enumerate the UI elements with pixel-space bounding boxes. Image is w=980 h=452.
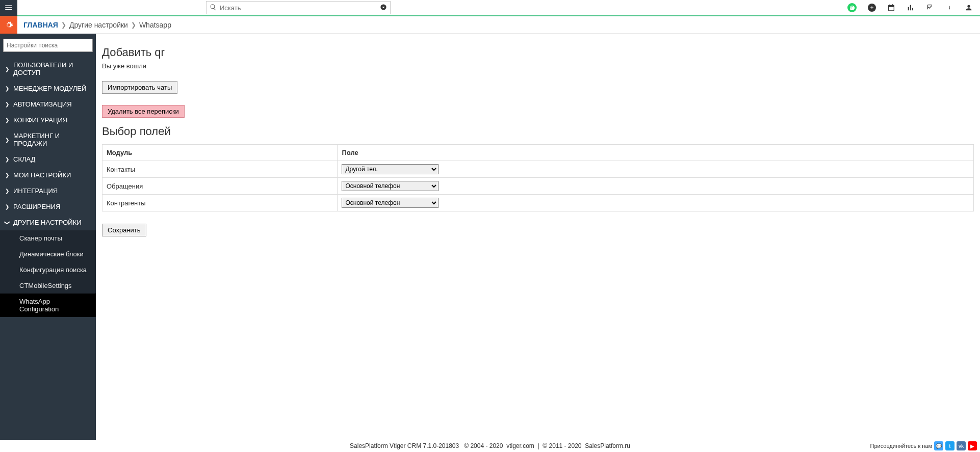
sidebar-submenu: Сканер почты Динамические блоки Конфигур… (0, 230, 96, 317)
chevron-right-icon: ❯ (5, 86, 9, 91)
sidebar-item-configuration[interactable]: ❯КОНФИГУРАЦИЯ (0, 112, 96, 128)
module-cell: Контрагенты (102, 195, 338, 211)
breadcrumb-home[interactable]: ГЛАВНАЯ (23, 21, 58, 29)
search-input[interactable] (220, 4, 380, 12)
info-icon[interactable] (945, 4, 953, 12)
breadcrumb-bar: ГЛАВНАЯ ❯ Другие настройки ❯ Whatsapp (96, 16, 980, 34)
footer-salesplatform-link[interactable]: SalesPlatform.ru (585, 442, 630, 449)
page-title: Добавить qr (102, 46, 974, 59)
sidebar-item-label: ДРУГИЕ НАСТРОЙКИ (13, 219, 82, 226)
social-vk-icon[interactable]: vk (957, 441, 966, 450)
chevron-right-icon: ❯ (131, 21, 136, 29)
search-icon (210, 4, 217, 12)
sidebar-item-users[interactable]: ❯ПОЛЬЗОВАТЕЛИ И ДОСТУП (0, 57, 96, 81)
footer-product: SalesPlatform Vtiger CRM 7.1.0-201803 (350, 442, 459, 449)
field-select-tickets[interactable]: Основной телефон (342, 181, 439, 191)
sidebar-search[interactable] (3, 39, 93, 52)
fields-header: Выбор полей (102, 125, 974, 138)
chevron-right-icon: ❯ (5, 172, 9, 178)
footer-sep: | (537, 442, 539, 449)
table-row: Обращения Основной телефон (102, 178, 974, 195)
delete-all-button[interactable]: Удалить все переписки (102, 105, 185, 118)
chevron-right-icon: ❯ (5, 101, 9, 107)
calendar-icon[interactable] (887, 4, 895, 12)
footer-social: Присоединяйтесь к нам 💬 t vk ▶ (870, 441, 977, 450)
chevron-right-icon: ❯ (5, 156, 9, 162)
sub-item-search-config[interactable]: Конфигурация поиска (0, 262, 96, 278)
import-chats-button[interactable]: Импортировать чаты (102, 81, 177, 94)
whatsapp-icon[interactable] (847, 3, 857, 12)
chevron-right-icon: ❯ (5, 137, 9, 143)
sidebar-item-automation[interactable]: ❯АВТОМАТИЗАЦИЯ (0, 96, 96, 112)
fields-table: Модуль Поле Контакты Другой тел. Обращен… (102, 144, 974, 211)
add-icon[interactable] (868, 4, 876, 12)
th-module: Модуль (102, 145, 338, 161)
table-row: Контакты Другой тел. (102, 161, 974, 178)
top-icons (847, 3, 980, 12)
module-cell: Контакты (102, 161, 338, 178)
sub-item-whatsapp-config[interactable]: WhatsApp Configuration (0, 294, 96, 317)
sub-item-dynamic-blocks[interactable]: Динамические блоки (0, 246, 96, 262)
main: ГЛАВНАЯ ❯ Другие настройки ❯ Whatsapp До… (96, 16, 980, 440)
menu-toggle-button[interactable] (0, 0, 17, 16)
sidebar-item-label: СКЛАД (13, 155, 35, 163)
module-cell: Обращения (102, 178, 338, 195)
chevron-down-icon: ❯ (5, 221, 10, 225)
chevron-right-icon: ❯ (5, 66, 9, 72)
sidebar-item-label: ИНТЕГРАЦИЯ (13, 187, 58, 195)
social-youtube-icon[interactable]: ▶ (968, 441, 977, 450)
settings-gear-button[interactable] (0, 16, 17, 34)
reports-icon[interactable] (907, 4, 915, 12)
content: Добавить qr Вы уже вошли Импортировать ч… (96, 34, 980, 243)
social-chat-icon[interactable]: 💬 (934, 441, 943, 450)
user-icon[interactable] (965, 4, 973, 12)
sidebar-item-label: АВТОМАТИЗАЦИЯ (13, 100, 72, 108)
chevron-right-icon: ❯ (5, 204, 9, 209)
sidebar-item-label: МОИ НАСТРОЙКИ (13, 171, 71, 179)
footer-join-text: Присоединяйтесь к нам (870, 443, 932, 449)
search-dropdown-icon[interactable] (380, 4, 387, 12)
sub-item-ctmobile[interactable]: CTMobileSettings (0, 278, 96, 294)
topbar (0, 0, 980, 16)
field-select-contacts[interactable]: Другой тел. (342, 164, 439, 174)
chevron-right-icon: ❯ (5, 188, 9, 194)
footer-vtiger-link[interactable]: vtiger.com (506, 442, 534, 449)
table-row: Контрагенты Основной телефон (102, 195, 974, 211)
th-field: Поле (338, 145, 974, 161)
sidebar-item-integration[interactable]: ❯ИНТЕГРАЦИЯ (0, 183, 96, 199)
footer: SalesPlatform Vtiger CRM 7.1.0-201803 © … (0, 440, 980, 452)
sidebar-item-label: КОНФИГУРАЦИЯ (13, 116, 67, 124)
breadcrumb-other[interactable]: Другие настройки (69, 21, 128, 29)
sidebar-item-label: ПОЛЬЗОВАТЕЛИ И ДОСТУП (13, 61, 91, 76)
sidebar-item-modules[interactable]: ❯МЕНЕДЖЕР МОДУЛЕЙ (0, 81, 96, 96)
save-button[interactable]: Сохранить (102, 224, 146, 236)
sidebar-item-marketing[interactable]: ❯МАРКЕТИНГ И ПРОДАЖИ (0, 128, 96, 151)
sidebar-search-input[interactable] (3, 39, 93, 52)
global-search[interactable] (206, 1, 391, 14)
chevron-right-icon: ❯ (5, 117, 9, 123)
sidebar-item-label: РАСШИРЕНИЯ (13, 203, 60, 210)
left-column: ❯ПОЛЬЗОВАТЕЛИ И ДОСТУП ❯МЕНЕДЖЕР МОДУЛЕЙ… (0, 16, 96, 440)
sidebar-item-warehouse[interactable]: ❯СКЛАД (0, 151, 96, 167)
logged-in-text: Вы уже вошли (102, 62, 974, 70)
tasks-icon[interactable] (926, 4, 934, 12)
chevron-right-icon: ❯ (61, 21, 66, 29)
footer-copyright2: © 2011 - 2020 (543, 442, 581, 449)
field-select-accounts[interactable]: Основной телефон (342, 198, 439, 208)
footer-copyright1: © 2004 - 2020 (464, 442, 503, 449)
sub-item-mail-scanner[interactable]: Сканер почты (0, 230, 96, 246)
sidebar-item-other-settings[interactable]: ❯ДРУГИЕ НАСТРОЙКИ (0, 215, 96, 230)
body: ❯ПОЛЬЗОВАТЕЛИ И ДОСТУП ❯МЕНЕДЖЕР МОДУЛЕЙ… (0, 16, 980, 440)
breadcrumb: ГЛАВНАЯ ❯ Другие настройки ❯ Whatsapp (23, 21, 171, 29)
sidebar-item-label: МЕНЕДЖЕР МОДУЛЕЙ (13, 85, 86, 92)
sidebar-item-label: МАРКЕТИНГ И ПРОДАЖИ (13, 132, 91, 147)
sidebar-item-my-settings[interactable]: ❯МОИ НАСТРОЙКИ (0, 167, 96, 183)
settings-sidebar: ❯ПОЛЬЗОВАТЕЛИ И ДОСТУП ❯МЕНЕДЖЕР МОДУЛЕЙ… (0, 34, 96, 440)
breadcrumb-current: Whatsapp (139, 21, 171, 29)
sidebar-item-extensions[interactable]: ❯РАСШИРЕНИЯ (0, 199, 96, 215)
social-twitter-icon[interactable]: t (945, 441, 955, 450)
